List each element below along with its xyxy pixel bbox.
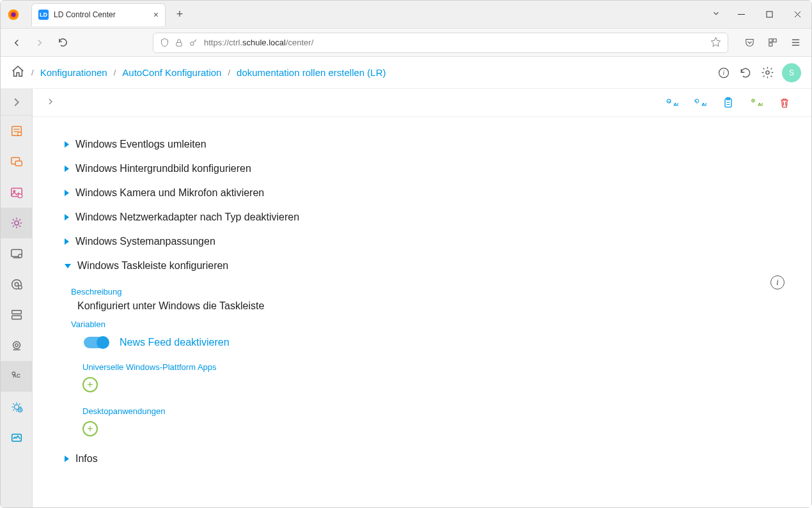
breadcrumb: / Konfigurationen / AutoConf Konfigurati…	[1, 57, 811, 89]
add-button[interactable]: +	[82, 421, 98, 436]
sidebar-item-1[interactable]	[1, 116, 33, 146]
sidebar-item-8[interactable]	[1, 330, 33, 361]
tab-close-icon[interactable]: ×	[153, 10, 159, 20]
nav-back-button[interactable]	[7, 33, 26, 52]
svg-point-27	[14, 221, 18, 225]
info-icon[interactable]: i	[770, 275, 785, 289]
browser-tab[interactable]: LD LD Control Center ×	[31, 3, 166, 26]
shield-icon	[160, 38, 169, 47]
new-tab-button[interactable]: +	[171, 6, 189, 24]
action-ac-3[interactable]: AC	[742, 92, 770, 114]
svg-rect-11	[769, 43, 772, 46]
pocket-icon[interactable]	[740, 33, 759, 52]
action-delete[interactable]	[770, 92, 799, 114]
svg-rect-34	[12, 311, 21, 314]
url-bar[interactable]: https://ctrl.schule.local/center/	[153, 33, 728, 53]
sidebar-item-6[interactable]	[1, 269, 33, 300]
expand-icon[interactable]	[65, 141, 69, 148]
expand-icon[interactable]	[65, 190, 69, 196]
section-label: Beschreibung	[71, 287, 799, 296]
url-text: https://ctrl.schule.local/center/	[204, 38, 313, 47]
collapse-icon[interactable]	[65, 264, 71, 268]
expand-icon[interactable]	[65, 456, 69, 462]
sidebar-item-5[interactable]	[1, 238, 33, 269]
subheader: AC AC AC	[33, 89, 811, 117]
lock-icon	[175, 38, 183, 47]
window-maximize-button[interactable]	[755, 1, 783, 29]
svg-rect-23	[15, 161, 22, 165]
browser-titlebar: LD LD Control Center × +	[1, 1, 811, 29]
subheader-expand-icon[interactable]	[45, 96, 56, 109]
svg-point-32	[15, 282, 19, 286]
svg-rect-35	[12, 316, 21, 319]
expand-icon[interactable]	[65, 165, 69, 172]
home-icon[interactable]	[11, 65, 25, 81]
svg-text:AC: AC	[701, 102, 707, 107]
refresh-icon[interactable]	[736, 63, 755, 82]
sidebar-item-11[interactable]	[1, 422, 33, 453]
sidebar-item-10[interactable]	[1, 392, 33, 422]
window-minimize-button[interactable]	[727, 1, 755, 29]
tree-node[interactable]: Windows Netzwerkadapter nach Typ deaktiv…	[65, 208, 799, 227]
svg-point-21	[17, 132, 21, 136]
section-label: Desktopanwendungen	[82, 406, 799, 416]
svg-point-33	[18, 286, 22, 289]
tabs-dropdown-icon[interactable]	[712, 9, 721, 20]
tree-node[interactable]: Windows Hintergrundbild konfigurieren	[65, 159, 799, 178]
firefox-icon	[1, 8, 26, 21]
tree-view: Windows Eventlogs umleiten Windows Hinte…	[33, 117, 811, 507]
key-icon	[189, 38, 199, 48]
tree-node-expanded: Windows Taskleiste konfigurieren i Besch…	[65, 256, 799, 440]
browser-toolbar: https://ctrl.schule.local/center/	[1, 29, 811, 57]
sidebar-expand-button[interactable]	[1, 89, 33, 116]
section-label: Variablen	[71, 319, 799, 329]
svg-text:AC: AC	[13, 373, 20, 379]
action-ac-2[interactable]: AC	[686, 92, 714, 114]
sidebar-item-7[interactable]	[1, 300, 33, 330]
svg-point-30	[18, 254, 22, 258]
description-text: Konfiguriert unter Windows die Taskleist…	[77, 300, 799, 312]
expand-icon[interactable]	[65, 214, 69, 220]
svg-text:i: i	[723, 69, 725, 76]
add-button[interactable]: +	[82, 377, 98, 392]
toggle-switch[interactable]	[84, 337, 108, 348]
breadcrumb-link-2[interactable]: dokumentation rollen erstellen (LR)	[237, 67, 386, 78]
sidebar-item-2[interactable]	[1, 146, 33, 177]
tree-node[interactable]: Windows Kamera und Mikrofon aktivieren	[65, 183, 799, 203]
tree-node[interactable]: Infos	[65, 449, 799, 468]
breadcrumb-link-0[interactable]: Konfigurationen	[40, 67, 107, 78]
svg-point-2	[12, 12, 16, 17]
svg-point-36	[13, 342, 20, 349]
window-close-button[interactable]	[783, 1, 811, 29]
svg-point-37	[15, 344, 18, 347]
tree-node[interactable]: Windows Eventlogs umleiten	[65, 135, 799, 154]
section-label: Universelle Windows-Plattform Apps	[82, 362, 799, 372]
breadcrumb-link-1[interactable]: AutoConf Konfiguration	[122, 67, 221, 78]
avatar[interactable]: S	[782, 63, 801, 82]
svg-point-26	[18, 194, 22, 197]
info-icon[interactable]: i	[714, 63, 733, 82]
svg-rect-7	[176, 42, 182, 46]
nav-reload-button[interactable]	[53, 33, 72, 52]
svg-text:AC: AC	[673, 102, 678, 107]
svg-rect-4	[767, 12, 772, 17]
extensions-icon[interactable]	[763, 33, 782, 52]
tree-node[interactable]: Windows Systemanpassungen	[65, 232, 799, 251]
sidebar-item-3[interactable]	[1, 177, 33, 208]
settings-gear-icon[interactable]	[758, 63, 777, 82]
action-ac-1[interactable]: AC	[658, 92, 686, 114]
svg-point-8	[191, 42, 194, 45]
bookmark-star-icon[interactable]	[710, 36, 721, 49]
menu-icon[interactable]	[786, 33, 805, 52]
svg-rect-10	[773, 39, 776, 42]
action-clipboard[interactable]	[714, 92, 742, 114]
tab-title: LD Control Center	[54, 10, 116, 19]
sidebar-item-settings[interactable]	[1, 208, 33, 238]
expand-icon[interactable]	[65, 238, 69, 245]
svg-text:AC: AC	[758, 102, 763, 107]
tab-favicon: LD	[38, 10, 49, 20]
sidebar: AC	[1, 89, 33, 507]
toggle-label: News Feed deaktivieren	[120, 337, 230, 348]
sidebar-item-ac[interactable]: AC	[1, 361, 33, 392]
nav-forward-button	[30, 33, 49, 52]
